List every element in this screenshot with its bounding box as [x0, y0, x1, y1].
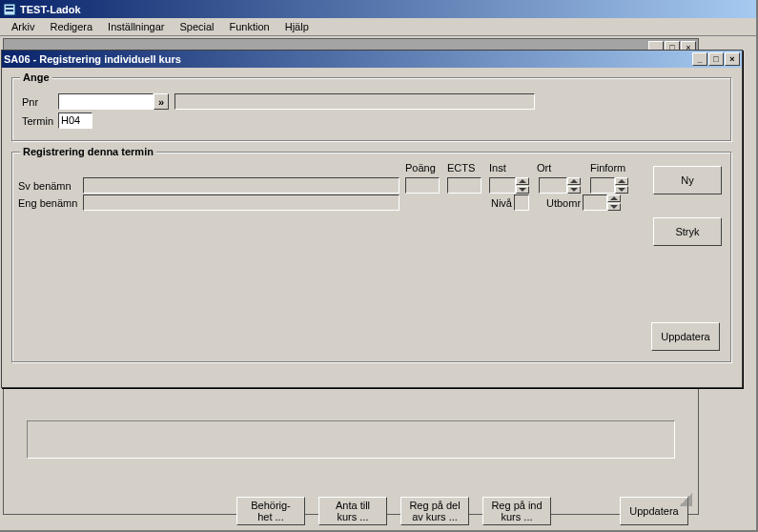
group-ange: Ange Pnr » Termin H04 [11, 77, 732, 142]
col-ort: Ort [537, 162, 590, 174]
inst-stepper[interactable] [516, 177, 529, 194]
termin-label: Termin [22, 115, 58, 127]
svg-marker-15 [610, 205, 618, 209]
resize-grip-icon[interactable] [679, 493, 692, 506]
name-display [174, 93, 535, 110]
eng-benamn-label: Eng benämn [18, 197, 83, 209]
sv-benamn-field[interactable] [83, 177, 399, 194]
ort-stepper[interactable] [567, 177, 581, 194]
sa06-title: SA06 - Registrering individuell kurs [4, 53, 181, 65]
reg-pa-del-av-kurs-button[interactable]: Reg på del av kurs ... [400, 497, 469, 525]
message-area [27, 420, 675, 459]
svg-marker-10 [570, 179, 578, 183]
utbomr-stepper[interactable] [607, 194, 621, 211]
menu-installningar[interactable]: Inställningar [100, 20, 172, 33]
menubar: Arkiv Redigera Inställningar Special Fun… [0, 18, 756, 36]
menu-arkiv[interactable]: Arkiv [4, 20, 42, 33]
finform-field[interactable] [590, 177, 615, 194]
chevron-up-icon[interactable] [615, 177, 628, 185]
chevron-down-icon[interactable] [615, 186, 628, 194]
sv-benamn-label: Sv benämn [18, 180, 83, 192]
menu-redigera[interactable]: Redigera [42, 20, 100, 33]
chevron-up-icon[interactable] [567, 177, 581, 185]
chevron-down-icon[interactable] [607, 203, 621, 211]
group-ange-legend: Ange [20, 72, 52, 83]
finform-stepper[interactable] [615, 177, 628, 194]
utbomr-label: Utbomr [546, 197, 581, 209]
uppdatera-button[interactable]: Uppdatera [651, 322, 720, 351]
chevron-up-icon[interactable] [516, 177, 529, 185]
svg-marker-8 [519, 179, 526, 183]
col-ects: ECTS [447, 162, 489, 174]
col-finform: Finform [590, 162, 638, 174]
eng-benamn-field[interactable] [83, 194, 399, 211]
svg-marker-13 [618, 188, 625, 192]
pnr-label: Pnr [22, 96, 58, 108]
app-titlebar: TEST-Ladok [0, 0, 756, 18]
mdi-client: _ □ × Behörig- het ... Anta till kurs ..… [3, 38, 751, 525]
sa06-titlebar[interactable]: SA06 - Registrering individuell kurs _ □… [2, 51, 742, 68]
ny-button[interactable]: Ny [653, 166, 722, 194]
app-title: TEST-Ladok [20, 4, 81, 15]
col-inst: Inst [489, 162, 537, 174]
ort-field[interactable] [539, 177, 567, 194]
ects-field[interactable] [447, 177, 481, 194]
svg-marker-9 [519, 188, 526, 192]
menu-hjalp[interactable]: Hjälp [277, 20, 317, 33]
svg-rect-2 [6, 10, 13, 11]
pnr-input[interactable] [58, 93, 154, 110]
pnr-lookup-button[interactable]: » [154, 93, 169, 110]
poang-field[interactable] [405, 177, 440, 194]
group-reg-legend: Registrering denna termin [20, 146, 156, 157]
chevron-up-icon[interactable] [607, 194, 621, 202]
termin-input[interactable]: H04 [58, 113, 92, 129]
stryk-button[interactable]: Stryk [653, 217, 722, 246]
col-poang: Poäng [405, 162, 447, 174]
svg-rect-1 [6, 6, 13, 8]
maximize-button[interactable]: □ [708, 52, 724, 66]
chevron-down-icon[interactable] [516, 186, 529, 194]
reg-pa-ind-kurs-button[interactable]: Reg på ind kurs ... [482, 497, 551, 525]
utbomr-field[interactable] [583, 194, 607, 211]
niva-label: Nivå [487, 197, 512, 209]
minimize-button[interactable]: _ [692, 52, 707, 66]
sa06-window: SA06 - Registrering individuell kurs _ □… [1, 50, 743, 388]
close-button[interactable]: × [725, 52, 740, 66]
niva-field[interactable] [514, 194, 529, 211]
svg-marker-12 [618, 179, 625, 183]
inst-field[interactable] [489, 177, 516, 194]
svg-marker-14 [610, 196, 618, 200]
menu-funktion[interactable]: Funktion [222, 20, 277, 33]
anta-till-kurs-button[interactable]: Anta till kurs ... [318, 497, 387, 525]
group-registrering: Registrering denna termin Poäng ECTS Ins… [11, 152, 732, 363]
bottom-button-row: Behörig- het ... Anta till kurs ... Reg … [8, 494, 694, 528]
app-icon [2, 2, 17, 17]
svg-marker-11 [570, 188, 578, 192]
chevron-down-icon[interactable] [567, 186, 581, 194]
menu-special[interactable]: Special [172, 20, 221, 33]
behorighet-button[interactable]: Behörig- het ... [236, 497, 305, 525]
